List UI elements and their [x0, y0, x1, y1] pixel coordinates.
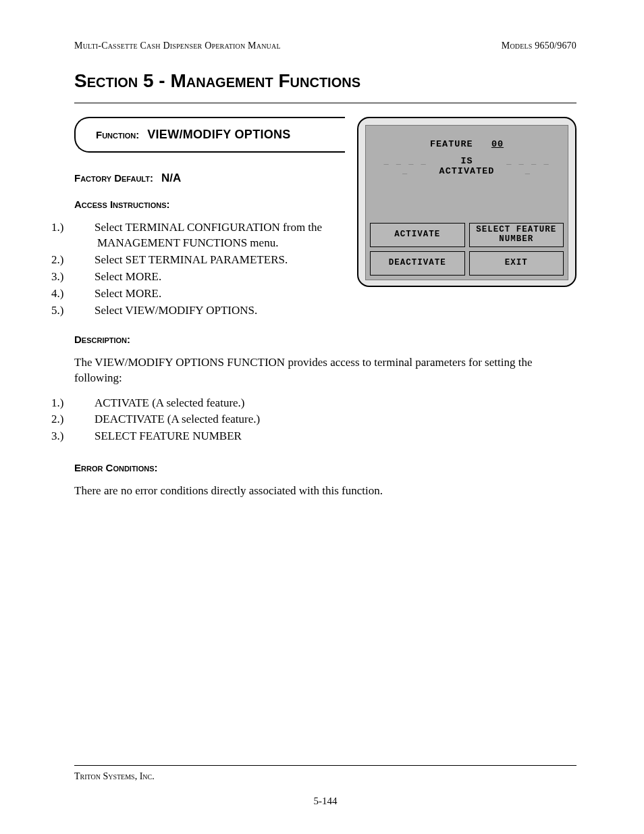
screen-feature-label: FEATURE: [430, 139, 473, 149]
terminal-screen: FEATURE 00 _ _ _ _ _ IS ACTIVATED _ _ _ …: [357, 117, 576, 287]
access-instructions-label: Access Instructions:: [74, 199, 170, 210]
function-box: Function: VIEW/MODIFY OPTIONS: [74, 117, 345, 153]
item-text: SELECT FEATURE NUMBER: [95, 429, 242, 442]
description-items-list: 1.)ACTIVATE (A selected feature.) 2.)DEA…: [74, 396, 576, 445]
list-item: 2.)Select SET TERMINAL PARAMETERS.: [74, 253, 345, 268]
section-title: Section 5 - Management Functions: [74, 70, 576, 92]
access-steps-list: 1.)Select TERMINAL CONFIGURATION from th…: [74, 220, 345, 319]
step-text: Select MORE.: [95, 287, 161, 300]
description-label: Description:: [74, 334, 130, 345]
deactivate-button[interactable]: DEACTIVATE: [370, 251, 465, 276]
factory-default-value: N/A: [161, 172, 181, 184]
list-item: 2.)DEACTIVATE (A selected feature.): [74, 412, 576, 427]
error-conditions-text: There are no error conditions directly a…: [74, 484, 576, 499]
item-text: DEACTIVATE (A selected feature.): [95, 413, 260, 425]
list-item: 1.)Select TERMINAL CONFIGURATION from th…: [74, 220, 345, 251]
page-number: 5-144: [74, 796, 576, 807]
header-left: Multi-Cassette Cash Dispenser Operation …: [74, 41, 281, 51]
list-item: 5.)Select VIEW/MODIFY OPTIONS.: [74, 303, 345, 319]
step-text: Select SET TERMINAL PARAMETERS.: [95, 253, 288, 266]
list-item: 4.)Select MORE.: [74, 286, 345, 302]
select-feature-button[interactable]: SELECT FEATURE NUMBER: [469, 223, 564, 247]
factory-default-label: Factory Default:: [74, 172, 153, 184]
list-item: 1.)ACTIVATE (A selected feature.): [74, 396, 576, 411]
header-right: Models 9650/9670: [502, 41, 576, 51]
step-text: Select VIEW/MODIFY OPTIONS.: [95, 304, 257, 317]
exit-button[interactable]: EXIT: [469, 251, 564, 276]
list-item: 3.)SELECT FEATURE NUMBER: [74, 429, 576, 444]
screen-status: IS ACTIVATED: [434, 156, 500, 176]
footer-rule: [74, 765, 576, 766]
step-text: Select MORE.: [95, 270, 161, 283]
step-text: Select TERMINAL CONFIGURATION from the M…: [95, 221, 322, 249]
screen-feature-value: 00: [491, 139, 504, 149]
description-intro: The VIEW/MODIFY OPTIONS FUNCTION provide…: [74, 355, 576, 386]
item-text: ACTIVATE (A selected feature.): [95, 396, 245, 409]
function-name: VIEW/MODIFY OPTIONS: [147, 128, 290, 141]
list-item: 3.)Select MORE.: [74, 269, 345, 285]
divider-dots: _ _ _ _ _: [381, 157, 430, 176]
error-conditions-label: Error Conditions:: [74, 462, 158, 473]
title-rule: [74, 103, 576, 103]
activate-button[interactable]: ACTIVATE: [370, 223, 465, 247]
footer-company: Triton Systems, Inc.: [74, 771, 576, 782]
function-label: Function:: [96, 129, 139, 140]
divider-dots: _ _ _ _ _: [504, 157, 553, 176]
